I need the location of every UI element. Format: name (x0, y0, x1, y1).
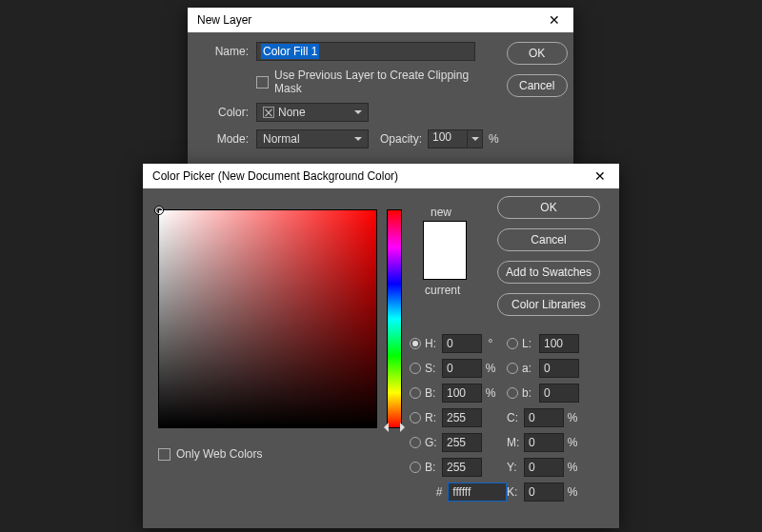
ok-button[interactable]: OK (497, 196, 600, 219)
m-input[interactable]: 0 (524, 433, 564, 452)
clip-mask-label: Use Previous Layer to Create Clipping Ma… (274, 69, 499, 95)
g-radio[interactable] (410, 437, 421, 448)
close-icon[interactable]: ✕ (591, 167, 610, 186)
y-label: Y: (507, 461, 524, 474)
a-label: a: (522, 362, 539, 375)
clip-mask-checkbox[interactable] (256, 76, 269, 89)
color-select-value: None (278, 106, 306, 119)
s-label: S: (425, 362, 442, 375)
cancel-button[interactable]: Cancel (507, 74, 568, 97)
name-label: Name: (199, 45, 249, 58)
opacity-dropdown-icon[interactable] (468, 129, 483, 148)
s-unit: % (482, 362, 499, 375)
l-label: L: (522, 337, 539, 350)
color-field-cursor-icon (154, 206, 164, 215)
m-label: M: (507, 436, 524, 449)
h-radio[interactable] (410, 338, 421, 349)
hue-slider[interactable] (387, 209, 402, 428)
close-icon[interactable]: ✕ (545, 10, 564, 30)
hex-label: # (423, 485, 442, 499)
only-web-colors-label: Only Web Colors (176, 447, 262, 461)
c-input[interactable]: 0 (524, 408, 564, 427)
g-input[interactable]: 255 (442, 433, 482, 452)
b-rgb-radio[interactable] (410, 462, 421, 473)
color-select[interactable]: None (256, 103, 369, 122)
opacity-unit: % (489, 132, 499, 146)
l-input[interactable]: 100 (539, 334, 579, 353)
color-libraries-button[interactable]: Color Libraries (497, 293, 600, 316)
y-unit: % (564, 461, 581, 474)
titlebar[interactable]: Color Picker (New Document Background Co… (143, 164, 619, 188)
k-input[interactable]: 0 (524, 483, 564, 502)
hue-slider-thumb-icon[interactable] (381, 423, 408, 432)
add-to-swatches-button[interactable]: Add to Swatches (497, 261, 600, 284)
r-input[interactable]: 255 (442, 408, 482, 427)
s-input[interactable]: 0 (442, 359, 482, 378)
a-input[interactable]: 0 (539, 359, 579, 378)
color-picker-dialog: Color Picker (New Document Background Co… (143, 164, 619, 528)
g-label: G: (425, 436, 442, 449)
only-web-colors-checkbox[interactable] (158, 448, 170, 461)
cancel-button[interactable]: Cancel (497, 228, 600, 251)
y-input[interactable]: 0 (524, 458, 564, 477)
b-lab-input[interactable]: 0 (539, 384, 579, 403)
k-unit: % (564, 485, 581, 499)
h-input[interactable]: 0 (442, 334, 482, 353)
r-label: R: (425, 411, 442, 424)
none-swatch-icon (263, 107, 274, 118)
opacity-input[interactable]: 100 (428, 129, 468, 148)
r-radio[interactable] (410, 412, 421, 424)
color-preview[interactable] (423, 221, 467, 280)
l-radio[interactable] (507, 338, 518, 349)
new-layer-dialog: New Layer ✕ Name: Color Fill 1 Use Previ… (188, 8, 573, 169)
name-input-value: Color Fill 1 (261, 44, 319, 59)
dialog-title: New Layer (197, 13, 545, 27)
b-lab-label: b: (522, 386, 539, 400)
ok-button[interactable]: OK (507, 42, 568, 65)
k-label: K: (507, 485, 524, 499)
b-lab-radio[interactable] (507, 387, 518, 399)
c-label: C: (507, 411, 524, 424)
b-hsb-label: B: (425, 386, 442, 400)
b-hsb-radio[interactable] (410, 387, 421, 399)
dialog-title: Color Picker (New Document Background Co… (152, 169, 591, 183)
color-label: Color: (199, 106, 249, 119)
b-rgb-input[interactable]: 255 (442, 458, 482, 477)
mode-label: Mode: (199, 132, 249, 146)
b-hsb-input[interactable]: 100 (442, 384, 482, 403)
mode-select[interactable]: Normal (256, 129, 369, 148)
c-unit: % (564, 411, 581, 424)
s-radio[interactable] (410, 363, 421, 374)
color-field[interactable] (158, 209, 377, 428)
current-color-label: current (425, 284, 460, 297)
mode-select-value: Normal (263, 132, 300, 146)
b-hsb-unit: % (482, 386, 499, 400)
m-unit: % (564, 436, 581, 449)
opacity-value: 100 (432, 130, 451, 144)
a-radio[interactable] (507, 363, 518, 374)
name-input[interactable]: Color Fill 1 (256, 42, 475, 61)
h-unit: ° (482, 337, 499, 350)
titlebar[interactable]: New Layer ✕ (188, 8, 573, 32)
hex-input[interactable]: ffffff (448, 483, 507, 502)
b-rgb-label: B: (425, 461, 442, 474)
opacity-label: Opacity: (380, 132, 422, 146)
h-label: H: (425, 337, 442, 350)
new-color-label: new (431, 206, 451, 219)
